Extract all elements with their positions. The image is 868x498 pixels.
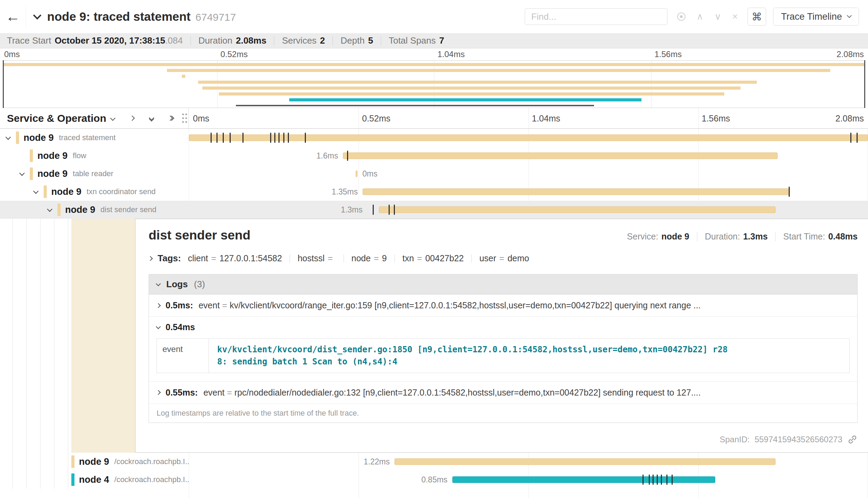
tag-item: node=9 xyxy=(352,253,387,263)
log-field-value: kv/kvclient/kvcoord/range_iter.go:159 [n… xyxy=(230,300,701,310)
tree-guide-line xyxy=(26,219,27,453)
span-name-cell[interactable]: node 9table reader xyxy=(0,165,189,183)
span-name-cell[interactable]: node 9flow xyxy=(0,147,189,165)
log-entry[interactable]: 0.5ms:event = kv/kvclient/kvcoord/range_… xyxy=(149,295,857,317)
collapse-all-icon[interactable] xyxy=(146,113,157,124)
tree-guide-line xyxy=(12,219,13,453)
span-timeline-cell[interactable]: 1.3ms xyxy=(189,201,868,219)
clear-search-icon[interactable]: × xyxy=(732,12,738,21)
trace-start-ms: .084 xyxy=(165,35,183,46)
span-timeline-cell[interactable]: 1.6ms xyxy=(189,147,868,165)
trace-start-stat: Trace Start October 15 2020, 17:38:15.08… xyxy=(7,35,183,46)
column-resizer-grip[interactable] xyxy=(181,112,188,124)
span-timeline-cell[interactable]: 0ms xyxy=(189,165,868,183)
minimap-canvas[interactable] xyxy=(0,60,868,108)
back-button[interactable]: ← xyxy=(0,0,26,33)
span-row[interactable]: node 9flow1.6ms xyxy=(0,147,868,165)
tag-separator xyxy=(344,254,344,263)
expand-all-icon[interactable] xyxy=(166,113,176,124)
span-row[interactable]: node 9traced statement xyxy=(0,129,868,147)
span-timeline-cell[interactable]: 1.22ms xyxy=(189,453,868,471)
service-name: node 9 xyxy=(65,205,95,215)
span-event-tick xyxy=(270,133,271,143)
viewport-handle-left[interactable] xyxy=(3,60,4,108)
log-entry-header[interactable]: 0.54ms xyxy=(149,317,857,336)
log-timestamp: 0.55ms: xyxy=(166,388,198,398)
span-row[interactable]: node 9/cockroach.roachpb.I...1.22ms xyxy=(0,453,868,471)
viewport-handle-right[interactable] xyxy=(864,60,865,108)
span-row[interactable]: node 4/cockroach.roachpb.I...0.85ms xyxy=(0,471,868,489)
tag-key: user xyxy=(479,253,496,263)
ruler-tick-label: 2.08ms xyxy=(835,113,864,123)
span-bar[interactable] xyxy=(379,207,776,213)
total-spans-label: Total Spans xyxy=(389,35,436,46)
log-field-row: eventkv/kvclient/kvcoord/dist_sender.go:… xyxy=(157,339,849,373)
span-bar[interactable] xyxy=(452,477,715,483)
trace-view-selector[interactable]: Trace Timeline xyxy=(773,8,859,26)
tree-guide-line xyxy=(26,453,27,471)
log-field-value: rpc/nodedialer/nodedialer.go:132 [n9,cli… xyxy=(234,388,701,397)
prev-result-icon[interactable]: ∧ xyxy=(697,12,703,21)
operation-name: traced statement xyxy=(59,133,116,142)
logs-count: (3) xyxy=(194,279,205,290)
span-event-tick xyxy=(305,133,306,143)
copy-link-icon[interactable] xyxy=(847,434,858,445)
span-event-tick xyxy=(373,205,374,215)
span-timeline-cell[interactable] xyxy=(189,129,868,147)
span-bar[interactable] xyxy=(189,135,868,141)
span-row[interactable]: node 9table reader0ms xyxy=(0,165,868,183)
span-bar[interactable] xyxy=(356,171,357,177)
span-expand-chevron-icon[interactable] xyxy=(33,189,39,194)
span-name-cell[interactable]: node 9dist sender send xyxy=(0,201,189,219)
span-expand-chevron-icon[interactable] xyxy=(6,135,11,140)
minimap-span-bar xyxy=(182,75,185,78)
meta-label: Service: xyxy=(627,232,658,241)
next-result-icon[interactable]: ∨ xyxy=(714,12,721,21)
span-event-tick xyxy=(394,205,395,215)
span-event-tick xyxy=(857,133,858,143)
span-name: node 9dist sender send xyxy=(57,201,156,219)
span-event-tick xyxy=(389,205,390,215)
log-entry-expanded: 0.54mseventkv/kvclient/kvcoord/dist_send… xyxy=(149,317,857,382)
tree-guide-line xyxy=(54,219,54,453)
span-event-tick xyxy=(661,475,662,485)
span-event-tick xyxy=(657,475,658,485)
span-timeline-cell[interactable]: 0.85ms xyxy=(189,471,868,489)
tag-separator xyxy=(290,254,290,263)
span-name-cell[interactable]: node 9traced statement xyxy=(0,129,189,147)
span-id-row: SpanID: 5597415943526560273 xyxy=(149,434,858,445)
expand-one-icon[interactable] xyxy=(127,113,137,124)
span-expand-chevron-icon[interactable] xyxy=(47,207,53,212)
summary-separator xyxy=(333,36,333,45)
log-entry[interactable]: 0.55ms:event = rpc/nodedialer/nodedialer… xyxy=(149,382,857,404)
find-input[interactable] xyxy=(525,8,667,25)
span-event-tick xyxy=(283,133,284,143)
minimap-span-bar xyxy=(202,87,741,90)
logs-header[interactable]: Logs (3) xyxy=(149,274,857,295)
ruler-gridline xyxy=(698,108,699,128)
collapse-trace-chevron-icon[interactable] xyxy=(33,11,41,19)
span-event-tick xyxy=(666,475,667,485)
span-row[interactable]: node 9txn coordinator send1.35ms xyxy=(0,183,868,201)
span-name-cell[interactable]: node 9txn coordinator send xyxy=(0,183,189,201)
ruler-tick-label: 1.56ms xyxy=(702,113,730,123)
tag-value: 127.0.0.1:54582 xyxy=(219,253,282,263)
tree-guide-line xyxy=(68,453,68,471)
span-bar[interactable] xyxy=(363,189,790,195)
span-bar[interactable] xyxy=(343,153,778,159)
span-event-tick xyxy=(274,133,275,143)
ruler-tick-label: 0ms xyxy=(193,113,209,123)
collapse-one-icon[interactable] xyxy=(107,113,118,124)
minimap-focus-line xyxy=(236,105,594,106)
span-name-cell[interactable]: node 4/cockroach.roachpb.I... xyxy=(0,471,189,489)
span-tags-row[interactable]: Tags: client=127.0.0.1:54582hostssl=node… xyxy=(149,253,858,264)
span-timeline-cell[interactable]: 1.35ms xyxy=(189,183,868,201)
span-bar[interactable] xyxy=(395,459,776,465)
match-count-icon xyxy=(677,12,685,21)
ruler-tick-label: 1.04ms xyxy=(532,113,560,123)
keyboard-shortcuts-button[interactable]: ⌘ xyxy=(747,8,766,26)
span-name-cell[interactable]: node 9/cockroach.roachpb.I... xyxy=(0,453,189,471)
span-row[interactable]: node 9dist sender send1.3ms xyxy=(0,201,868,219)
trace-start-value: October 15 2020, 17:38:15 xyxy=(55,35,165,46)
span-expand-chevron-icon[interactable] xyxy=(19,171,25,176)
